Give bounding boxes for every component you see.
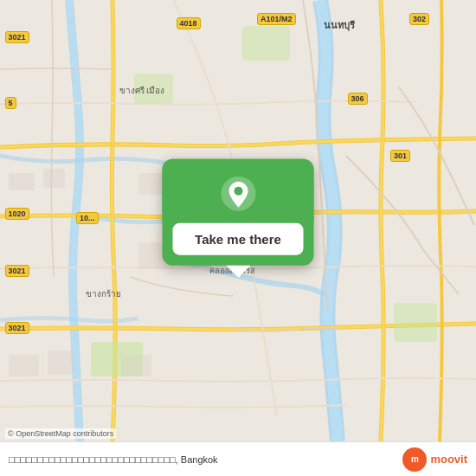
badge-a1: A101/M2 xyxy=(257,13,296,25)
badge-3021-b: 3021 xyxy=(5,322,29,334)
svg-rect-13 xyxy=(9,355,39,376)
svg-rect-6 xyxy=(43,169,65,188)
badge-3021-tl: 3021 xyxy=(5,31,29,43)
svg-rect-15 xyxy=(121,355,151,376)
label-khang-sri: ขางศรี เมือง xyxy=(119,84,165,97)
moovit-icon: m xyxy=(402,447,427,472)
svg-rect-14 xyxy=(48,351,74,375)
location-popup: Take me there xyxy=(163,159,314,266)
badge-301: 301 xyxy=(390,150,410,162)
badge-5: 5 xyxy=(5,97,16,109)
location-pin-icon xyxy=(219,175,257,213)
svg-rect-3 xyxy=(242,26,290,61)
thai-text: □□□□□□□□□□□□□□□□□□□□□□□□□□□□□ xyxy=(9,454,176,465)
svg-rect-4 xyxy=(394,303,437,342)
city-text: Bangkok xyxy=(181,454,218,465)
badge-306: 306 xyxy=(348,93,368,105)
footer-bar: □□□□□□□□□□□□□□□□□□□□□□□□□□□□□, Bangkok m… xyxy=(0,441,476,476)
map-view[interactable]: นนทบุรี ขางศรี เมือง ขางกร้าย คลองอาทรรส… xyxy=(0,0,476,441)
svg-point-17 xyxy=(234,187,242,196)
moovit-brand-text: moovit xyxy=(430,453,467,466)
badge-4018: 4018 xyxy=(177,17,201,29)
badge-3021-bl: 3021 xyxy=(5,265,29,277)
moovit-logo[interactable]: m moovit xyxy=(402,447,467,472)
badge-10: 10... xyxy=(76,212,99,224)
label-nonthaburi: นนทบุรี xyxy=(324,17,355,33)
popup-icon-area xyxy=(163,159,314,223)
svg-rect-5 xyxy=(9,173,35,190)
badge-302: 302 xyxy=(409,13,429,25)
place-name-text: □□□□□□□□□□□□□□□□□□□□□□□□□□□□□, Bangkok xyxy=(9,454,396,465)
take-me-there-button[interactable]: Take me there xyxy=(173,223,304,255)
badge-1020: 1020 xyxy=(5,208,29,220)
map-attribution: © OpenStreetMap contributors xyxy=(5,428,116,439)
label-khang-kray: ขางกร้าย xyxy=(86,287,121,300)
